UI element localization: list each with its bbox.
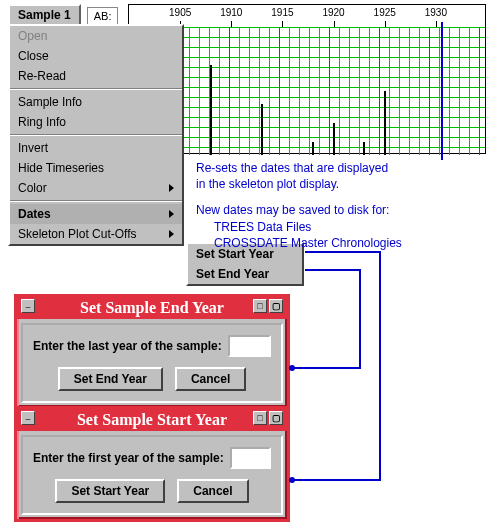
menu-item-invert[interactable]: Invert (10, 138, 182, 158)
chart-bar (261, 104, 263, 155)
sample-dropdown-button[interactable]: Sample 1 (8, 4, 81, 26)
chart-tick-label: 1925 (374, 7, 396, 18)
set-end-year-button[interactable]: Set End Year (58, 367, 163, 391)
dialog-prompt: Enter the first year of the sample: (33, 451, 224, 465)
dialog-title: Set Sample End Year (80, 299, 224, 316)
chart-tick-label: 1930 (425, 7, 447, 18)
restore-icon[interactable]: □ (253, 411, 267, 425)
chart-tick-label: 1905 (169, 7, 191, 18)
chart-bar (210, 65, 212, 155)
menu-item-hide-timeseries[interactable]: Hide Timeseries (10, 158, 182, 178)
chart-bar (363, 142, 365, 155)
menu-label: Color (18, 181, 47, 195)
chart-tick-label: 1910 (220, 7, 242, 18)
help-line: New dates may be saved to disk for: (196, 202, 402, 218)
chart-x-axis: 190519101915192019251930 (129, 7, 485, 25)
set-start-year-button[interactable]: Set Start Year (55, 479, 165, 503)
sample-context-menu: Open Close Re-Read Sample Info Ring Info… (8, 24, 184, 246)
chevron-right-icon (169, 184, 174, 192)
restore-icon[interactable]: □ (253, 299, 267, 313)
set-end-year-dialog: – Set Sample End Year □ ▢ Enter the last… (14, 294, 290, 410)
help-line: CROSSDATE Master Chronologies (196, 235, 402, 251)
menu-separator (10, 88, 182, 90)
chart-tick-label: 1915 (271, 7, 293, 18)
menu-item-reread[interactable]: Re-Read (10, 66, 182, 86)
menu-label: Dates (18, 207, 51, 221)
dialog-titlebar: – Set Sample Start Year □ ▢ (17, 409, 287, 431)
help-line: Re-sets the dates that are displayed (196, 160, 402, 176)
end-year-input[interactable] (228, 335, 271, 357)
menu-item-sample-info[interactable]: Sample Info (10, 92, 182, 112)
dialog-prompt: Enter the last year of the sample: (33, 339, 222, 353)
menu-item-dates[interactable]: Dates (10, 204, 182, 224)
help-line: TREES Data Files (196, 219, 402, 235)
menu-item-open: Open (10, 26, 182, 46)
menu-item-skeleton-cutoffs[interactable]: Skeleton Plot Cut-Offs (10, 224, 182, 244)
start-year-input[interactable] (230, 447, 271, 469)
help-line: in the skeleton plot display. (196, 176, 402, 192)
series-tab[interactable]: AB: (87, 7, 119, 24)
cancel-button[interactable]: Cancel (175, 367, 246, 391)
set-start-year-dialog: – Set Sample Start Year □ ▢ Enter the fi… (14, 406, 290, 522)
minimize-icon[interactable]: – (21, 299, 35, 313)
dialog-body: Enter the first year of the sample: Set … (21, 435, 283, 515)
maximize-icon[interactable]: ▢ (269, 411, 283, 425)
dialog-title: Set Sample Start Year (77, 411, 227, 428)
dialog-body: Enter the last year of the sample: Set E… (21, 323, 283, 403)
menu-item-close[interactable]: Close (10, 46, 182, 66)
menu-item-color[interactable]: Color (10, 178, 182, 198)
chart-bar (384, 91, 386, 155)
dialog-titlebar: – Set Sample End Year □ ▢ (17, 297, 287, 319)
chart-bar (312, 142, 314, 155)
menu-label: Skeleton Plot Cut-Offs (18, 227, 137, 241)
chevron-right-icon (169, 210, 174, 218)
top-bar: Sample 1 AB: (8, 4, 118, 26)
chart-bar (333, 123, 335, 155)
menu-separator (10, 200, 182, 202)
help-text: Re-sets the dates that are displayed in … (196, 160, 402, 251)
menu-item-ring-info[interactable]: Ring Info (10, 112, 182, 132)
maximize-icon[interactable]: ▢ (269, 299, 283, 313)
cancel-button[interactable]: Cancel (177, 479, 248, 503)
chart-tick-label: 1920 (322, 7, 344, 18)
chevron-right-icon (169, 230, 174, 238)
menu-separator (10, 134, 182, 136)
submenu-item-set-end-year[interactable]: Set End Year (188, 264, 302, 284)
minimize-icon[interactable]: – (21, 411, 35, 425)
